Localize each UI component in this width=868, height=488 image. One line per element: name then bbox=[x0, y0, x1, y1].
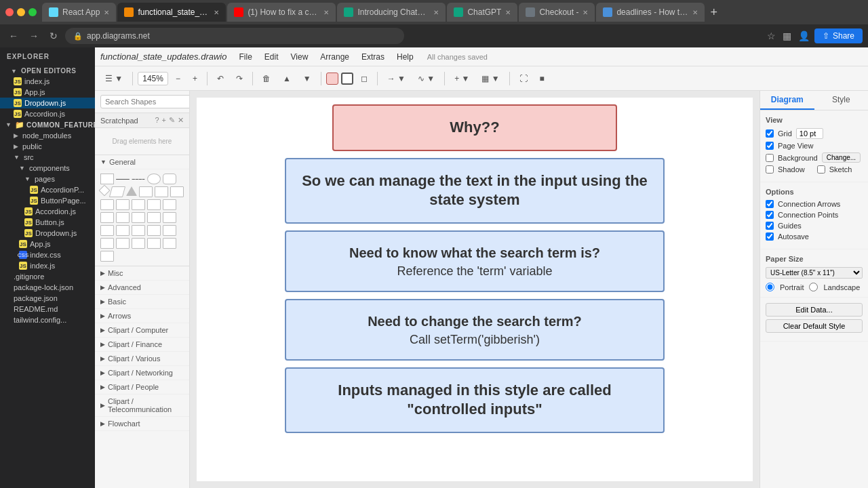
shape-slash[interactable] bbox=[163, 238, 176, 249]
edit-icon[interactable]: ✎ bbox=[169, 116, 175, 125]
paper-size-select[interactable]: US-Letter (8.5" x 11") bbox=[766, 267, 863, 279]
tab-checkout[interactable]: Checkout -✕ bbox=[519, 3, 595, 22]
shape-delay[interactable] bbox=[132, 238, 145, 249]
clipart-telecom-section[interactable]: ▶ Clipart / Telecommunication bbox=[95, 394, 189, 417]
search-shapes-input[interactable] bbox=[100, 95, 190, 108]
to-front-btn[interactable]: ▲ bbox=[278, 71, 296, 86]
menu-arrange[interactable]: Arrange bbox=[315, 50, 355, 64]
open-file-dropdown[interactable]: JS Dropdown.js bbox=[0, 98, 95, 108]
flowchart-section[interactable]: ▶ Flowchart bbox=[95, 417, 189, 431]
connection-points-checkbox[interactable] bbox=[766, 211, 774, 219]
reload-button[interactable]: ↻ bbox=[46, 28, 61, 43]
shape-parallelogram[interactable] bbox=[109, 186, 125, 197]
arrows-section[interactable]: ▶ Arrows bbox=[95, 309, 189, 323]
tab-style[interactable]: Style bbox=[814, 91, 869, 110]
shape-dashed[interactable] bbox=[132, 179, 145, 180]
fill-btn[interactable] bbox=[326, 73, 338, 85]
open-file-accordion[interactable]: JS Accordion.js bbox=[0, 108, 95, 119]
scratchpad-header[interactable]: Scratchpad ? + ✎ ✕ bbox=[95, 113, 189, 128]
change-background-btn[interactable]: Change... bbox=[822, 152, 861, 163]
node-modules-folder[interactable]: ▶ node_modules bbox=[0, 130, 95, 141]
tab-chatgpt2[interactable]: ChatGPT✕ bbox=[447, 3, 517, 22]
shape-cloud[interactable] bbox=[170, 186, 184, 197]
tailwind-config-file[interactable]: tailwind.config... bbox=[0, 314, 95, 325]
index-css-file[interactable]: CSS index.css bbox=[0, 249, 95, 260]
general-section-header[interactable]: ▼ General bbox=[95, 155, 189, 169]
profile-icon[interactable]: 👤 bbox=[796, 28, 812, 43]
tab-react[interactable]: React App✕ bbox=[42, 3, 116, 22]
autosave-checkbox[interactable] bbox=[766, 232, 774, 241]
readme-file[interactable]: README.md bbox=[0, 304, 95, 314]
shape-line[interactable] bbox=[116, 179, 130, 180]
shape-flag[interactable] bbox=[100, 238, 114, 249]
shape-double-arrow[interactable] bbox=[147, 225, 161, 236]
connection-btn[interactable]: → ▼ bbox=[382, 71, 410, 86]
shape-ellipse[interactable] bbox=[147, 174, 161, 184]
menu-edit[interactable]: Edit bbox=[259, 50, 284, 64]
menu-extras[interactable]: Extras bbox=[356, 50, 390, 64]
advanced-section[interactable]: ▶ Advanced bbox=[95, 281, 189, 295]
open-editors-section[interactable]: ▼ OPEN EDITORS bbox=[0, 66, 95, 76]
tab-close-chatgpt1[interactable]: ✕ bbox=[433, 9, 439, 16]
clipart-finance-section[interactable]: ▶ Clipart / Finance bbox=[95, 338, 189, 352]
close-icon[interactable]: ✕ bbox=[178, 116, 184, 125]
package-lock-file[interactable]: package-lock.json bbox=[0, 282, 95, 293]
controlled-inputs-card[interactable]: Inputs managed in this style are called … bbox=[285, 367, 665, 433]
guides-checkbox[interactable] bbox=[766, 222, 774, 230]
view-toggle-btn[interactable]: ☰ ▼ bbox=[100, 71, 127, 86]
shape-xor[interactable] bbox=[116, 238, 130, 249]
button-page-file[interactable]: JS ButtonPage... bbox=[0, 195, 95, 206]
search-term-card[interactable]: Need to know what the search term is? Re… bbox=[285, 230, 665, 292]
index-js-file[interactable]: JS index.js bbox=[0, 260, 95, 271]
shape-rounded-rect[interactable] bbox=[163, 174, 176, 184]
shadow-btn[interactable]: ◻ bbox=[356, 71, 372, 86]
dropdown-file[interactable]: JS Dropdown.js bbox=[0, 228, 95, 239]
address-bar[interactable]: 🔒 app.diagrams.net bbox=[65, 28, 404, 44]
shape-triangle[interactable] bbox=[126, 186, 137, 196]
button-file[interactable]: JS Button.js bbox=[0, 217, 95, 228]
misc-section[interactable]: ▶ Misc bbox=[95, 266, 189, 281]
extensions-icon[interactable]: ▦ bbox=[781, 28, 793, 43]
shape-doc[interactable] bbox=[116, 199, 130, 210]
accordion-page-file[interactable]: JS AccordionP... bbox=[0, 184, 95, 195]
minimize-window-btn[interactable] bbox=[17, 8, 25, 16]
shape-diagonal[interactable] bbox=[100, 251, 114, 262]
shape-star[interactable] bbox=[147, 212, 161, 223]
public-folder[interactable]: ▶ public bbox=[0, 141, 95, 152]
sketch-checkbox[interactable] bbox=[817, 165, 825, 174]
src-folder[interactable]: ▼ src bbox=[0, 152, 95, 163]
why-card[interactable]: Why?? bbox=[332, 104, 617, 151]
pages-folder[interactable]: ▼ pages bbox=[0, 174, 95, 184]
basic-section[interactable]: ▶ Basic bbox=[95, 295, 189, 309]
menu-help[interactable]: Help bbox=[391, 50, 419, 64]
close-window-btn[interactable] bbox=[5, 8, 14, 16]
shape-arc[interactable] bbox=[116, 225, 130, 236]
common-features-folder[interactable]: ▼ 📁 COMMON_FEATURES bbox=[0, 119, 95, 130]
tab-diagram[interactable]: Diagram bbox=[760, 91, 814, 110]
delete-btn[interactable]: 🗑 bbox=[258, 71, 275, 86]
shape-cylinder[interactable] bbox=[155, 186, 168, 197]
shape-tape[interactable] bbox=[132, 212, 145, 223]
page-view-checkbox[interactable] bbox=[766, 142, 774, 150]
zoom-out-btn[interactable]: − bbox=[171, 71, 185, 86]
portrait-radio[interactable] bbox=[766, 283, 774, 291]
shadow-checkbox[interactable] bbox=[766, 165, 774, 174]
panel-btn[interactable]: ■ bbox=[535, 71, 549, 86]
components-folder[interactable]: ▼ components bbox=[0, 163, 95, 174]
accordion-file[interactable]: JS Accordion.js bbox=[0, 206, 95, 217]
shape-bracket[interactable] bbox=[100, 225, 114, 236]
back-button[interactable]: ← bbox=[5, 28, 22, 43]
undo-btn[interactable]: ↶ bbox=[212, 71, 229, 86]
share-button[interactable]: ⇧ Share bbox=[814, 28, 863, 43]
shape-hexagon[interactable] bbox=[139, 186, 153, 197]
shape-actor[interactable] bbox=[163, 199, 176, 210]
fullscreen-btn[interactable]: ⛶ bbox=[515, 71, 532, 86]
shape-cross[interactable] bbox=[116, 212, 130, 223]
shape-note[interactable] bbox=[163, 212, 176, 223]
clipart-computer-section[interactable]: ▶ Clipart / Computer bbox=[95, 323, 189, 338]
tab-close-drawio[interactable]: ✕ bbox=[214, 9, 219, 16]
new-tab-button[interactable]: + bbox=[706, 5, 722, 20]
shape-mxgraph[interactable] bbox=[132, 199, 145, 210]
stroke-btn[interactable] bbox=[341, 73, 353, 85]
add-icon[interactable]: + bbox=[162, 116, 166, 125]
